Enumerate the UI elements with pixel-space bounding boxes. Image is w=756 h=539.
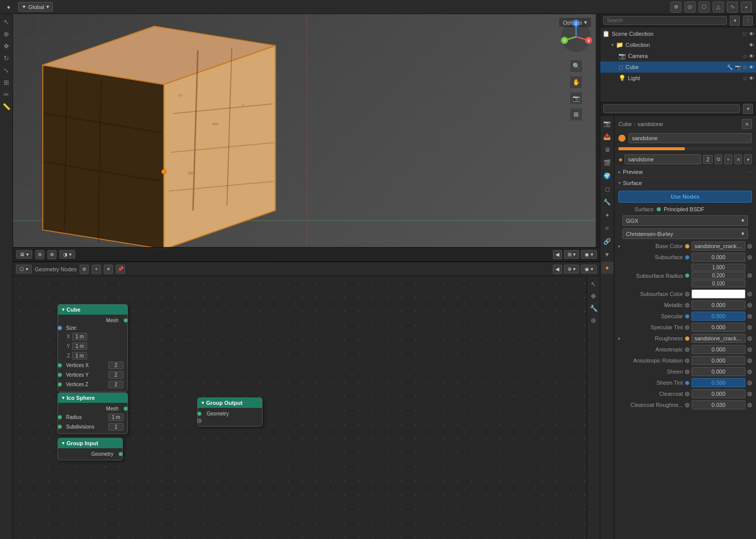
group-output-node[interactable]: ▾ Group Output Geometry (197, 397, 263, 427)
node-back-btn[interactable]: ◀ (553, 265, 562, 274)
cube-node[interactable]: ▾ Cube Mesh Size: (57, 304, 128, 392)
surface-section-header[interactable]: ▾ Surface (614, 177, 756, 189)
properties-search[interactable] (603, 104, 740, 113)
viewport-render-mode[interactable]: ◉▾ (581, 250, 597, 259)
group-input-node[interactable]: ▾ Group Input Geometry (57, 438, 123, 460)
cube-vz-value[interactable]: 2 (108, 381, 123, 388)
node-link-btn[interactable]: ⊚ (80, 265, 89, 274)
ico-subdiv-row[interactable]: Subdivisions 1 (58, 422, 128, 432)
modifier-props-btn[interactable]: 🔧 (601, 196, 613, 208)
pivot-icon[interactable]: △ (713, 2, 724, 13)
outliner-cube[interactable]: ◻ Cube 🔧 📷 ⊞ 👁 (600, 62, 756, 73)
cube-vy-value[interactable]: 2 (108, 371, 123, 379)
ggx-dropdown[interactable]: GGX ▾ (622, 215, 748, 226)
node-editor[interactable]: ⬡ ▾ Geometry Nodes ⊚ + ✕ 📌 ◀ ⊕▾ ◉▾ (13, 261, 600, 539)
subsurface-radius-g[interactable]: 0.200 (691, 272, 745, 279)
outliner-light[interactable]: 💡 Light ⊙ 👁 (600, 73, 756, 84)
viewport-tool1[interactable]: ◀ (553, 250, 562, 259)
cube-vz-row[interactable]: Vertices Z 2 (58, 380, 128, 389)
material-btn[interactable]: ● (601, 262, 613, 274)
node-snap-btn[interactable]: ⊕▾ (564, 265, 579, 273)
ico-radius-value[interactable]: 1 m (108, 413, 123, 421)
cam-extra-icon[interactable]: ⊙ (743, 53, 747, 59)
render-props-btn[interactable]: 📷 (601, 117, 613, 130)
subsurface-radius-b[interactable]: 0.100 (691, 280, 745, 287)
data-btn[interactable]: ▼ (601, 249, 613, 261)
scale-btn[interactable]: ⤡ (1, 65, 12, 76)
subsurface-value[interactable]: 0.000 (691, 253, 745, 262)
particles-btn[interactable]: ✦ (601, 209, 613, 221)
clearcoat-value[interactable]: 0.000 (691, 389, 745, 398)
ico-sphere-node[interactable]: ▾ Ico Sphere Mesh Radius 1 m (57, 392, 128, 434)
measure-btn[interactable]: 📏 (1, 101, 12, 112)
snap-icon[interactable]: ⊕ (670, 2, 681, 13)
viewport-shading-btn[interactable]: ◑▾ (59, 250, 75, 259)
cube-x-row[interactable]: X 1 m (58, 332, 128, 341)
output-props-btn[interactable]: 📤 (601, 131, 613, 143)
mat-duplicate-btn[interactable]: ⧉ (715, 154, 723, 164)
rotate-btn[interactable]: ↻ (1, 52, 12, 64)
proportional-icon[interactable]: ◎ (684, 2, 696, 13)
cube-z-value[interactable]: 1 m (72, 352, 87, 360)
cube-eye-icon[interactable]: 👁 (749, 65, 754, 70)
node-new-btn[interactable]: + (92, 265, 101, 274)
viewport-scrollbar[interactable] (596, 14, 600, 247)
node-editor-canvas[interactable]: ▾ Cube Mesh Size: (13, 276, 600, 539)
node-view-btn[interactable]: ◉▾ (581, 265, 597, 273)
anisotropic-value[interactable]: 0.000 (691, 345, 745, 354)
transform-icon[interactable]: ⬡ (699, 2, 710, 13)
light-extra-icon[interactable]: ⊙ (743, 76, 747, 81)
cube-x-value[interactable]: 1 m (72, 333, 87, 340)
roughness-expand[interactable]: ▸ (618, 336, 625, 341)
base-color-expand[interactable]: ▸ (618, 244, 625, 249)
outliner-options-btn[interactable]: ⋮ (743, 16, 753, 26)
node-tool4[interactable]: ⊕ (588, 315, 599, 326)
cube-y-value[interactable]: 1 m (72, 342, 87, 350)
specular-tint-value[interactable]: 0.000 (691, 323, 745, 332)
ico-subdiv-value[interactable]: 1 (108, 423, 123, 431)
metallic-value[interactable]: 0.000 (691, 301, 745, 310)
camera-view-btn[interactable]: 📷 (570, 92, 583, 105)
base-color-value[interactable]: sandstone_cracks_diff_4... (691, 242, 745, 251)
gizmos-btn[interactable]: ⊕ (47, 250, 56, 259)
mat-options-btn[interactable]: ▾ (744, 154, 752, 164)
select-tool-btn[interactable]: ↖ (1, 16, 12, 27)
cube-vy-row[interactable]: Vertices Y 2 (58, 370, 128, 380)
cube-shield-icon[interactable]: ⊞ (743, 65, 747, 70)
constraints-btn[interactable]: 🔗 (601, 235, 613, 248)
cam-eye-icon[interactable]: 👁 (749, 53, 754, 59)
ico-radius-row[interactable]: Radius 1 m (58, 412, 128, 422)
node-editor-type-btn[interactable]: ⬡ ▾ (16, 265, 32, 273)
subsurface-radius-r[interactable]: 1.000 (691, 264, 745, 271)
mode-dropdown[interactable]: ✦ Global ▾ (18, 2, 53, 12)
aniso-rotation-value[interactable]: 0.000 (691, 356, 745, 365)
world-props-btn[interactable]: 🌍 (601, 170, 613, 182)
cube-modifier-icon[interactable]: 🔧 (727, 65, 733, 70)
cursor-btn[interactable]: ⊕ (1, 28, 12, 39)
zoom-btn[interactable]: 🔍 (570, 59, 583, 73)
scene-props-btn[interactable]: 🎬 (601, 157, 613, 169)
orientation-gizmo[interactable]: Z X Y (558, 19, 594, 54)
transform-tool-btn[interactable]: ⊞ (1, 77, 12, 88)
light-eye-icon[interactable]: 👁 (749, 76, 754, 81)
node-pin-btn[interactable]: 📌 (116, 265, 125, 274)
cube-vx-value[interactable]: 2 (108, 362, 123, 369)
cube-vx-row[interactable]: Vertices X 2 (58, 361, 128, 370)
object-props-btn[interactable]: ◻ (601, 183, 613, 195)
node-tool3[interactable]: 🔧 (588, 303, 599, 314)
overlays-btn[interactable]: ⊚ (35, 250, 44, 259)
mat-new-btn[interactable]: + (724, 154, 732, 164)
annotate-btn[interactable]: ✏ (1, 89, 12, 100)
mat-delete-btn[interactable]: ✕ (734, 154, 742, 164)
preview-section-header[interactable]: ▸ Preview ⋯ (614, 166, 756, 177)
roughness-value[interactable]: sandstone_cracks_rough... (691, 334, 745, 343)
view-layer-btn[interactable]: 🖥 (601, 144, 613, 156)
node-tool1[interactable]: ↖ (588, 278, 599, 289)
props-options-btn[interactable]: ▾ (743, 104, 753, 114)
node-close-btn[interactable]: ✕ (104, 265, 113, 274)
outliner-search[interactable] (603, 16, 727, 25)
cube-z-row[interactable]: Z 1 m (58, 351, 128, 361)
sc-checkbox-icon[interactable]: ☑ (742, 31, 747, 37)
clearcoat-roughness-value[interactable]: 0.030 (691, 400, 745, 409)
sc-eye-icon[interactable]: 👁 (749, 31, 754, 37)
